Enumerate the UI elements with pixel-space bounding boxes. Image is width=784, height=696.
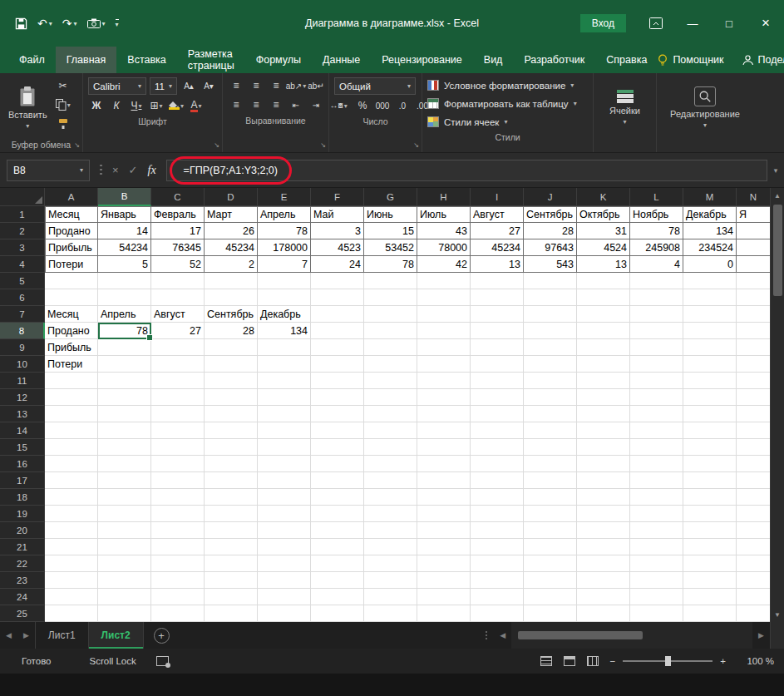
close-button[interactable]: × — [747, 0, 784, 47]
cell-B9[interactable] — [98, 339, 151, 356]
normal-view-icon[interactable] — [540, 656, 552, 666]
cell-L16[interactable] — [630, 456, 683, 472]
tab-Рецензирование[interactable]: Рецензирование — [371, 47, 473, 73]
cell-H23[interactable] — [417, 572, 471, 589]
font-size-select[interactable]: 11▾ — [150, 77, 177, 95]
cell-A4[interactable]: Потери — [45, 256, 98, 273]
cell-I6[interactable] — [471, 289, 524, 306]
cell-D25[interactable] — [205, 605, 258, 622]
cell-D24[interactable] — [205, 589, 258, 605]
column-header-H[interactable]: H — [417, 188, 471, 206]
cell-I5[interactable] — [471, 273, 524, 289]
cell-G7[interactable] — [364, 306, 417, 323]
cell-J7[interactable] — [524, 306, 577, 323]
cell-A9[interactable]: Прибыль — [45, 339, 98, 356]
cell-B10[interactable] — [98, 356, 151, 373]
italic-button[interactable]: К — [108, 97, 125, 114]
cell-D1[interactable]: Март — [205, 206, 258, 223]
cell-A13[interactable] — [45, 406, 98, 422]
cell-M2[interactable]: 134 — [683, 223, 737, 239]
scrollbar-drag-handle[interactable] — [479, 622, 494, 649]
column-header-J[interactable]: J — [524, 188, 577, 206]
cell-H2[interactable]: 43 — [417, 223, 471, 239]
insert-function-button[interactable]: fx — [148, 164, 156, 177]
cell-K19[interactable] — [577, 506, 630, 522]
cell-J8[interactable] — [524, 323, 577, 339]
cell-L5[interactable] — [630, 273, 683, 289]
row-header-2[interactable]: 2 — [0, 223, 45, 239]
cell-E6[interactable] — [258, 289, 311, 306]
cell-L6[interactable] — [630, 289, 683, 306]
align-left-icon[interactable]: ≡ — [228, 96, 244, 113]
tab-Вставка[interactable]: Вставка — [116, 47, 176, 73]
maximize-button[interactable]: □ — [711, 0, 747, 47]
increase-decimal-button[interactable]: .0 — [394, 97, 411, 114]
column-header-L[interactable]: L — [630, 188, 683, 206]
cell-I17[interactable] — [471, 472, 524, 489]
cell-F5[interactable] — [311, 273, 364, 289]
row-header-12[interactable]: 12 — [0, 389, 45, 406]
cell-B12[interactable] — [98, 389, 151, 406]
cell-G10[interactable] — [364, 356, 417, 373]
cell-J22[interactable] — [524, 555, 577, 572]
cell-D16[interactable] — [205, 456, 258, 472]
wrap-text-button[interactable]: ab↵ — [308, 77, 324, 94]
cell-H12[interactable] — [417, 389, 471, 406]
cell-K20[interactable] — [577, 522, 630, 539]
cell-I23[interactable] — [471, 572, 524, 589]
row-header-13[interactable]: 13 — [0, 406, 45, 422]
cell-K24[interactable] — [577, 589, 630, 605]
cell-H21[interactable] — [417, 539, 471, 555]
cell-G3[interactable]: 53452 — [364, 239, 417, 256]
cell-H16[interactable] — [417, 456, 471, 472]
row-header-9[interactable]: 9 — [0, 339, 45, 356]
cell-M15[interactable] — [683, 439, 737, 456]
cell-L23[interactable] — [630, 572, 683, 589]
decrease-font-button[interactable]: А▾ — [200, 78, 217, 95]
cell-L4[interactable]: 4 — [630, 256, 683, 273]
tab-Данные[interactable]: Данные — [312, 47, 371, 73]
cell-B17[interactable] — [98, 472, 151, 489]
cell-L7[interactable] — [630, 306, 683, 323]
cell-K22[interactable] — [577, 555, 630, 572]
cell-L17[interactable] — [630, 472, 683, 489]
cell-A19[interactable] — [45, 506, 98, 522]
cell-G6[interactable] — [364, 289, 417, 306]
cell-I12[interactable] — [471, 389, 524, 406]
cell-B15[interactable] — [98, 439, 151, 456]
cell-C16[interactable] — [151, 456, 205, 472]
cell-B19[interactable] — [98, 506, 151, 522]
cell-K11[interactable] — [577, 373, 630, 389]
cell-A5[interactable] — [45, 273, 98, 289]
cell-G23[interactable] — [364, 572, 417, 589]
cell-M1[interactable]: Декабрь — [683, 206, 737, 223]
cell-H1[interactable]: Июль — [417, 206, 471, 223]
cell-C14[interactable] — [151, 422, 205, 439]
cell-H25[interactable] — [417, 605, 471, 622]
cell-K6[interactable] — [577, 289, 630, 306]
cell-H11[interactable] — [417, 373, 471, 389]
cell-A23[interactable] — [45, 572, 98, 589]
cell-E11[interactable] — [258, 373, 311, 389]
cell-N17[interactable] — [737, 472, 770, 489]
cell-K2[interactable]: 31 — [577, 223, 630, 239]
row-header-8[interactable]: 8 — [0, 323, 45, 339]
column-header-E[interactable]: E — [258, 188, 311, 206]
align-top-icon[interactable]: ≡ — [228, 77, 244, 94]
cell-D10[interactable] — [205, 356, 258, 373]
cell-A22[interactable] — [45, 555, 98, 572]
cell-A1[interactable]: Месяц — [45, 206, 98, 223]
cell-L10[interactable] — [630, 356, 683, 373]
cell-F14[interactable] — [311, 422, 364, 439]
cell-H4[interactable]: 42 — [417, 256, 471, 273]
cell-K3[interactable]: 4524 — [577, 239, 630, 256]
cell-A12[interactable] — [45, 389, 98, 406]
cell-B21[interactable] — [98, 539, 151, 555]
cell-K14[interactable] — [577, 422, 630, 439]
cell-F24[interactable] — [311, 589, 364, 605]
cell-N15[interactable] — [737, 439, 770, 456]
cell-M23[interactable] — [683, 572, 737, 589]
cell-B7[interactable]: Апрель — [98, 306, 151, 323]
hscroll-right-icon[interactable]: ▶ — [752, 631, 770, 639]
cell-E7[interactable]: Декабрь — [258, 306, 311, 323]
